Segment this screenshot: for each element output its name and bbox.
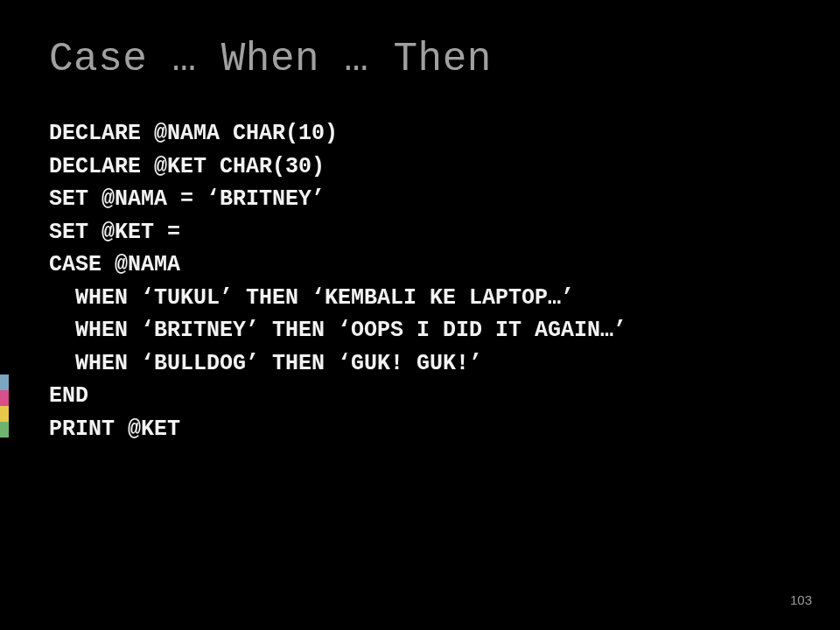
accent-color-1 — [0, 374, 9, 390]
code-line: WHEN ‘TUKUL’ THEN ‘KEMBALI KE LAPTOP…’ — [49, 285, 574, 311]
code-line: SET @NAMA = ‘BRITNEY’ — [49, 186, 325, 212]
code-line: DECLARE @KET CHAR(30) — [49, 154, 325, 179]
code-line: CASE @NAMA — [49, 252, 180, 277]
accent-color-2 — [0, 390, 9, 406]
code-line: END — [49, 383, 88, 409]
code-line: PRINT @KET — [49, 416, 180, 442]
code-line: SET @KET = — [49, 220, 180, 245]
code-block: DECLARE @NAMA CHAR(10) DECLARE @KET CHAR… — [0, 82, 840, 445]
code-line: DECLARE @NAMA CHAR(10) — [49, 121, 338, 146]
accent-color-4 — [0, 422, 9, 438]
code-line: WHEN ‘BULLDOG’ THEN ‘GUK! GUK!’ — [49, 351, 482, 376]
accent-color-3 — [0, 406, 9, 422]
slide-title: Case … When … Then — [0, 0, 840, 82]
slide: Case … When … Then DECLARE @NAMA CHAR(10… — [0, 0, 840, 630]
page-number: 103 — [790, 592, 812, 607]
accent-strip — [0, 374, 9, 438]
code-line: WHEN ‘BRITNEY’ THEN ‘OOPS I DID IT AGAIN… — [49, 318, 626, 343]
